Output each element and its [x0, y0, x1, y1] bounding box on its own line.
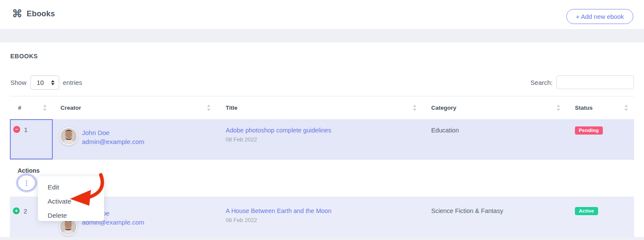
menu-item-delete[interactable]: Delete	[38, 208, 104, 222]
row-control-cell[interactable]: − 1	[10, 119, 53, 159]
table-row: − 1 John Doe admin@example.com Adobe pho…	[10, 119, 634, 159]
row-index: 1	[24, 126, 27, 133]
entries-label: entries	[63, 79, 82, 86]
category-text: Science Fiction & Fantasy	[431, 207, 503, 214]
actions-dropdown-menu: Edit Activate Delete	[38, 176, 104, 221]
ebook-date: 08 Feb 2022	[226, 217, 257, 223]
creator-cell: John Doe admin@example.com	[53, 119, 217, 159]
column-header-index[interactable]: #	[10, 105, 53, 111]
status-badge: Pending	[575, 126, 603, 135]
column-label: Category	[431, 105, 457, 111]
column-header-creator[interactable]: Creator	[53, 105, 217, 111]
column-label: #	[18, 105, 21, 111]
entries-control: Show 10 entries	[10, 75, 82, 90]
menu-item-activate[interactable]: Activate	[38, 194, 104, 208]
creator-email-link[interactable]: admin@example.com	[82, 138, 144, 145]
command-icon: ⌘	[12, 9, 22, 19]
column-label: Title	[226, 105, 238, 111]
category-cell: Education	[423, 119, 566, 159]
menu-item-edit[interactable]: Edit	[38, 180, 104, 194]
column-label: Creator	[60, 105, 81, 111]
sort-icon[interactable]	[413, 105, 417, 111]
collapse-row-icon[interactable]: −	[13, 126, 20, 133]
category-text: Education	[431, 127, 459, 134]
category-cell: Science Fiction & Fantasy	[423, 197, 566, 237]
column-header-category[interactable]: Category	[423, 105, 566, 111]
actions-label: Actions	[18, 167, 39, 174]
table-header-row: # Creator Title Category Status	[10, 96, 634, 119]
avatar	[60, 127, 78, 145]
status-cell: Pending	[566, 119, 634, 159]
column-header-status[interactable]: Status	[566, 105, 634, 111]
top-bar: ⌘ Ebooks + Add new ebook	[0, 0, 644, 30]
status-cell: Active	[566, 197, 634, 237]
add-new-ebook-button[interactable]: + Add new ebook	[566, 9, 633, 24]
page-size-select[interactable]: 10	[30, 75, 59, 90]
show-label: Show	[10, 79, 27, 86]
page-title: Ebooks	[27, 9, 55, 18]
sort-icon[interactable]	[207, 105, 211, 111]
search-control: Search:	[530, 75, 634, 89]
row-index: 2	[24, 207, 27, 215]
title-cell: Adobe photoshop complete guidelines 08 F…	[217, 119, 423, 159]
panel-heading: EBOOKS	[10, 53, 38, 60]
select-stepper-icon	[51, 80, 54, 85]
ebook-date: 08 Feb 2022	[226, 136, 257, 143]
title-cell: A House Between Earth and the Moon 08 Fe…	[217, 197, 423, 237]
sort-icon[interactable]	[624, 105, 628, 111]
ebook-title-link[interactable]: A House Between Earth and the Moon	[226, 207, 332, 214]
sort-icon[interactable]	[556, 105, 560, 111]
creator-name-link[interactable]: John Doe	[82, 129, 109, 136]
column-label: Status	[575, 105, 593, 111]
status-badge: Active	[575, 207, 598, 215]
kebab-icon: ⋮	[24, 180, 30, 186]
sort-icon[interactable]	[43, 105, 47, 111]
row-actions-button[interactable]: ⋮	[18, 175, 36, 191]
column-header-title[interactable]: Title	[217, 105, 423, 111]
page-header: ⌘ Ebooks	[12, 9, 55, 19]
expand-row-icon[interactable]: +	[13, 207, 20, 214]
ebook-title-link[interactable]: Adobe photoshop complete guidelines	[226, 127, 331, 134]
search-label: Search:	[530, 79, 553, 86]
page-size-value: 10	[37, 79, 44, 86]
search-input[interactable]	[556, 75, 634, 89]
